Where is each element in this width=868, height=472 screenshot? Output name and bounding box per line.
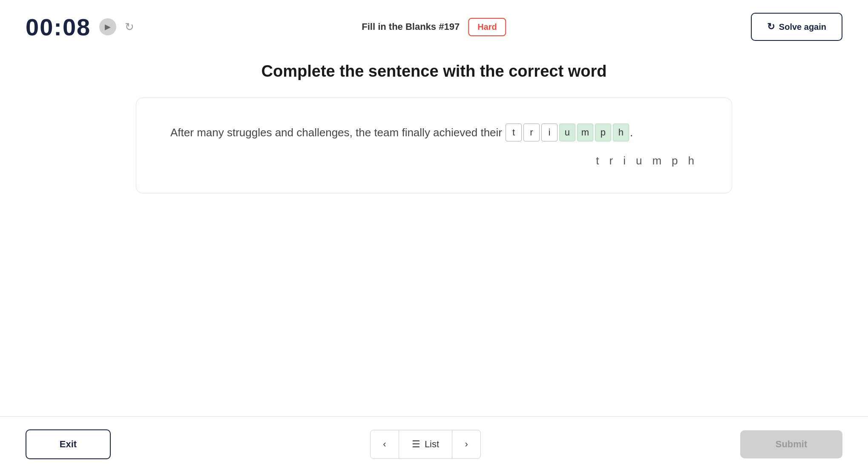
letter-box-h: h xyxy=(613,124,629,141)
page-title-section: Complete the sentence with the correct w… xyxy=(0,54,868,98)
letter-box-i: i xyxy=(541,124,558,141)
next-icon: › xyxy=(465,439,468,450)
main-content: After many struggles and challenges, the… xyxy=(0,98,868,416)
sentence-before: After many struggles and challenges, the… xyxy=(170,126,502,139)
solve-again-label: Solve again xyxy=(779,22,826,32)
play-icon: ▶ xyxy=(105,22,111,32)
answer-row: t r i u m p h xyxy=(171,154,698,167)
letter-box-u: u xyxy=(559,124,575,141)
timer-display: 00:08 xyxy=(26,13,91,41)
answer-hint: t r i u m p h xyxy=(596,154,698,167)
page: 00:08 ▶ ↻ Fill in the Blanks #197 Hard ↻… xyxy=(0,0,868,472)
page-title: Complete the sentence with the correct w… xyxy=(0,62,868,81)
play-button[interactable]: ▶ xyxy=(99,18,116,35)
prev-button[interactable]: ‹ xyxy=(370,430,399,459)
reset-timer-button[interactable]: ↻ xyxy=(125,20,134,34)
solve-again-button[interactable]: ↻ Solve again xyxy=(751,13,842,41)
puzzle-label: Fill in the Blanks #197 xyxy=(362,21,460,32)
difficulty-badge: Hard xyxy=(468,18,506,36)
exit-button[interactable]: Exit xyxy=(26,429,111,459)
period: . xyxy=(630,126,633,139)
letter-box-r: r xyxy=(523,124,540,141)
timer-section: 00:08 ▶ ↻ xyxy=(26,13,134,41)
letter-box-p: p xyxy=(595,124,611,141)
letter-box-t: t xyxy=(506,124,522,141)
sentence-box: After many struggles and challenges, the… xyxy=(136,98,732,193)
letter-box-m: m xyxy=(577,124,593,141)
sentence-line: After many struggles and challenges, the… xyxy=(170,124,633,141)
list-label: List xyxy=(425,439,439,450)
solve-again-icon: ↻ xyxy=(767,21,775,32)
footer: Exit ‹ ☰ List › Submit xyxy=(0,417,868,472)
submit-button[interactable]: Submit xyxy=(740,430,842,458)
answer-boxes: t r i u m xyxy=(506,124,629,141)
header: 00:08 ▶ ↻ Fill in the Blanks #197 Hard ↻… xyxy=(0,0,868,54)
puzzle-info: Fill in the Blanks #197 Hard xyxy=(362,18,506,36)
list-button[interactable]: ☰ List xyxy=(399,430,452,459)
navigation-section: ‹ ☰ List › xyxy=(370,430,481,459)
next-button[interactable]: › xyxy=(452,430,481,459)
list-icon: ☰ xyxy=(412,439,420,450)
prev-icon: ‹ xyxy=(383,439,386,450)
reset-timer-icon: ↻ xyxy=(125,20,134,33)
